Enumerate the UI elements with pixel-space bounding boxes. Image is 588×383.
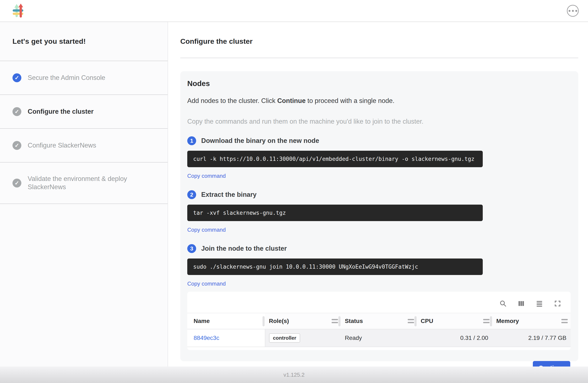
step-2-header: 2 Extract the binary: [187, 190, 571, 199]
nodes-card: Nodes Add nodes to the cluster. Click Co…: [180, 71, 578, 361]
sidebar-item-secure-admin-console[interactable]: ✓ Secure the Admin Console: [0, 61, 168, 95]
sidebar-item-configure-cluster[interactable]: ✓ Configure the cluster: [0, 95, 168, 129]
admin-console-page: Let's get you started! ✓ Secure the Admi…: [0, 0, 588, 383]
node-status-cell: Ready: [341, 329, 417, 347]
page-title: Configure the cluster: [180, 37, 578, 45]
step-title: Extract the binary: [201, 191, 257, 198]
step-title: Join the node to the cluster: [201, 245, 287, 252]
step-2-command-block: tar -xvf slackernews-gnu.tgz: [187, 205, 483, 221]
copy-commands-hint: Copy the commands and run them on the ma…: [187, 118, 571, 125]
footer-bar: v1.125.2: [0, 366, 588, 383]
nodes-intro: Add nodes to the cluster. Click Continue…: [187, 97, 571, 105]
column-menu-icon[interactable]: [561, 319, 568, 323]
version-label: v1.125.2: [283, 372, 305, 378]
step-3-command-text: sudo ./slackernews-gnu join 10.0.0.11:30…: [193, 264, 418, 270]
intro-continue-word: Continue: [277, 97, 306, 105]
overflow-menu-button[interactable]: [567, 5, 579, 17]
sidebar-title: Let's get you started!: [12, 37, 86, 45]
column-separator[interactable]: [490, 316, 492, 326]
sidebar-item-label: Secure the Admin Console: [28, 74, 105, 82]
top-bar: [0, 0, 588, 22]
step-1-header: 1 Download the binary on the new node: [187, 136, 571, 145]
content-row: Let's get you started! ✓ Secure the Admi…: [0, 22, 588, 366]
step-1-command-text: curl -k https://10.0.0.11:30000/api/v1/e…: [193, 156, 475, 162]
intro-prefix: Add nodes to the cluster. Click: [187, 97, 277, 105]
fullscreen-icon[interactable]: [554, 300, 561, 307]
step-number-badge: 2: [187, 190, 196, 199]
ellipsis-circle-icon: [568, 10, 577, 12]
nodes-table-card: Name Role(s) Status: [187, 292, 571, 350]
column-header-roles[interactable]: Role(s): [265, 313, 341, 329]
step-number-badge: 1: [187, 136, 196, 145]
sidebar-item-label: Validate the environment & deploy Slacke…: [28, 175, 146, 191]
copy-command-link-2[interactable]: Copy command: [187, 227, 226, 233]
column-header-status[interactable]: Status: [341, 313, 417, 329]
card-actions: Continue: [187, 361, 571, 366]
column-separator[interactable]: [338, 316, 340, 326]
node-row: 8849ec3c controller Ready 0.31 / 2.00 2.…: [187, 329, 571, 347]
slackernews-logo-icon: [12, 4, 25, 18]
table-header-row: Name Role(s) Status: [187, 313, 571, 329]
role-chip: controller: [269, 333, 300, 343]
check-circle-icon: ✓: [12, 73, 21, 82]
column-menu-icon[interactable]: [483, 319, 489, 323]
continue-button[interactable]: Continue: [533, 361, 570, 366]
nodes-table: Name Role(s) Status: [187, 313, 571, 347]
column-header-memory[interactable]: Memory: [492, 313, 571, 329]
copy-command-link-1[interactable]: Copy command: [187, 173, 226, 179]
step-number-badge: 3: [187, 244, 196, 253]
sidebar-item-validate-deploy[interactable]: ✓ Validate the environment & deploy Slac…: [0, 163, 168, 204]
node-name-cell: 8849ec3c: [187, 329, 265, 347]
check-circle-icon: ✓: [12, 179, 21, 188]
column-header-name[interactable]: Name: [187, 313, 265, 329]
column-menu-icon[interactable]: [332, 319, 338, 323]
search-icon[interactable]: [499, 300, 507, 307]
node-role-cell: controller: [265, 329, 341, 347]
sidebar-item-label: Configure SlackerNews: [28, 141, 96, 150]
title-divider: [180, 58, 578, 58]
copy-command-link-3[interactable]: Copy command: [187, 280, 226, 287]
nodes-heading: Nodes: [187, 79, 571, 88]
column-menu-icon[interactable]: [408, 319, 414, 323]
step-2-command-text: tar -xvf slackernews-gnu.tgz: [193, 210, 286, 216]
step-3-command-block: sudo ./slackernews-gnu join 10.0.0.11:30…: [187, 258, 483, 275]
column-separator[interactable]: [263, 316, 265, 326]
node-cpu-cell: 0.31 / 2.00: [417, 329, 492, 347]
check-circle-icon: ✓: [12, 141, 21, 150]
sidebar-item-label: Configure the cluster: [28, 107, 94, 116]
sidebar-item-configure-slackernews[interactable]: ✓ Configure SlackerNews: [0, 129, 168, 163]
check-circle-icon: ✓: [12, 107, 21, 116]
columns-icon[interactable]: [517, 300, 525, 307]
column-header-cpu[interactable]: CPU: [417, 313, 492, 329]
table-toolbar: [187, 297, 571, 313]
density-icon[interactable]: [536, 300, 543, 307]
step-3-header: 3 Join the node to the cluster: [187, 244, 571, 253]
main-panel: Configure the cluster Nodes Add nodes to…: [168, 22, 588, 366]
node-memory-cell: 2.19 / 7.77 GB: [492, 329, 571, 347]
step-title: Download the binary on the new node: [201, 137, 319, 145]
column-separator[interactable]: [415, 316, 417, 326]
step-1-command-block: curl -k https://10.0.0.11:30000/api/v1/e…: [187, 151, 483, 167]
setup-sidebar: Let's get you started! ✓ Secure the Admi…: [0, 22, 168, 366]
intro-suffix: to proceed with a single node.: [306, 97, 395, 105]
sidebar-title-block: Let's get you started!: [0, 22, 168, 61]
node-name-link[interactable]: 8849ec3c: [194, 335, 219, 341]
